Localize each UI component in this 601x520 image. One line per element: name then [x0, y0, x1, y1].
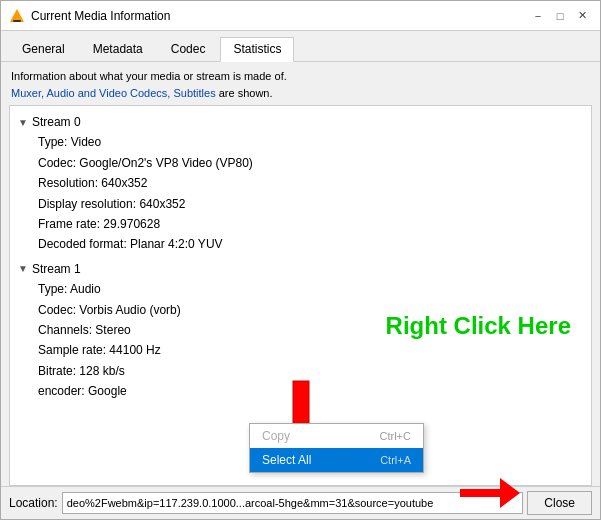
- location-input[interactable]: [62, 492, 524, 514]
- context-menu-select-all[interactable]: Select All Ctrl+A: [250, 448, 423, 472]
- stream1-field-4: Bitrate: 128 kb/s: [38, 361, 583, 381]
- stream0-field-3: Display resolution: 640x352: [38, 194, 583, 214]
- maximize-button[interactable]: □: [550, 7, 570, 25]
- stream0-field-1: Codec: Google/On2's VP8 Video (VP80): [38, 153, 583, 173]
- titlebar-close-button[interactable]: ✕: [572, 7, 592, 25]
- minimize-button[interactable]: −: [528, 7, 548, 25]
- stream1-field-5: encoder: Google: [38, 381, 583, 401]
- svg-rect-2: [13, 20, 21, 22]
- close-button[interactable]: Close: [527, 491, 592, 515]
- stream0-arrow: ▼: [18, 114, 28, 131]
- stream1-field-2: Channels: Stereo: [38, 320, 583, 340]
- stream1-field-1: Codec: Vorbis Audio (vorb): [38, 300, 583, 320]
- stream0-field-0: Type: Video: [38, 132, 583, 152]
- info-line2: Muxer, Audio and Video Codecs, Subtitles…: [11, 85, 590, 102]
- title-bar: Current Media Information − □ ✕: [1, 1, 600, 31]
- stream1-field-3: Sample rate: 44100 Hz: [38, 340, 583, 360]
- stream0-field-5: Decoded format: Planar 4:2:0 YUV: [38, 234, 583, 254]
- info-suffix: are shown.: [219, 87, 273, 99]
- tab-metadata[interactable]: Metadata: [80, 37, 156, 61]
- stream0-label: Stream 0: [32, 112, 81, 132]
- location-bar: Location: Close Copy Ctrl+C Select All C…: [1, 486, 600, 519]
- tab-statistics[interactable]: Statistics: [220, 37, 294, 62]
- main-window: Current Media Information − □ ✕ General …: [0, 0, 601, 520]
- stream1-field-0: Type: Audio: [38, 279, 583, 299]
- tab-codec[interactable]: Codec: [158, 37, 219, 61]
- stream0-content: Type: Video Codec: Google/On2's VP8 Vide…: [38, 132, 583, 254]
- window-title: Current Media Information: [31, 9, 170, 23]
- location-label: Location:: [9, 496, 58, 510]
- title-bar-left: Current Media Information: [9, 8, 170, 24]
- info-muxer: Muxer, Audio and Video Codecs, Subtitles: [11, 87, 216, 99]
- copy-label: Copy: [262, 429, 290, 443]
- vlc-icon: [9, 8, 25, 24]
- stream1-content: Type: Audio Codec: Vorbis Audio (vorb) C…: [38, 279, 583, 401]
- context-menu-copy[interactable]: Copy Ctrl+C: [250, 424, 423, 448]
- tab-general[interactable]: General: [9, 37, 78, 61]
- info-line1: Information about what your media or str…: [11, 68, 590, 85]
- tabs-bar: General Metadata Codec Statistics: [1, 31, 600, 62]
- select-all-label: Select All: [262, 453, 311, 467]
- stream0-header[interactable]: ▼ Stream 0: [18, 112, 583, 132]
- stream1-label: Stream 1: [32, 259, 81, 279]
- stream1-header[interactable]: ▼ Stream 1: [18, 259, 583, 279]
- context-menu: Copy Ctrl+C Select All Ctrl+A: [249, 423, 424, 473]
- select-all-shortcut: Ctrl+A: [380, 454, 411, 466]
- title-bar-controls: − □ ✕: [528, 7, 592, 25]
- copy-shortcut: Ctrl+C: [380, 430, 411, 442]
- stream1-arrow: ▼: [18, 260, 28, 277]
- stream0-field-4: Frame rate: 29.970628: [38, 214, 583, 234]
- info-bar: Information about what your media or str…: [1, 62, 600, 105]
- stream0-field-2: Resolution: 640x352: [38, 173, 583, 193]
